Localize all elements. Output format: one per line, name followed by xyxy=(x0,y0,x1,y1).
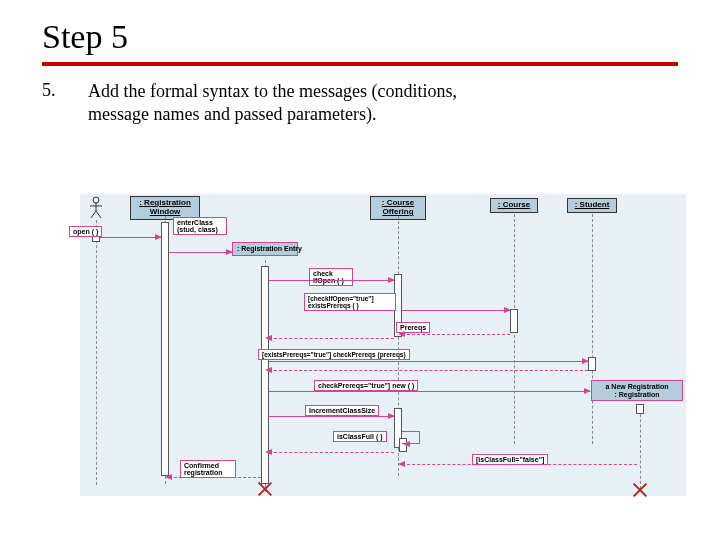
msg-incrementclasssize: IncrementClassSize xyxy=(305,405,379,416)
return-isclassfull xyxy=(402,464,637,465)
msg-confirmed: Confirmed registration xyxy=(180,460,236,478)
activation-student xyxy=(588,357,596,371)
msg-checkprereqs: [existsPrereqs="true"] checkPrereqs (pre… xyxy=(258,349,410,360)
arrow-increment xyxy=(269,416,394,417)
msg-new: checkPrereqs="true"] new ( ) xyxy=(314,380,418,391)
return-to-regentry-1 xyxy=(269,338,394,339)
slide-title: Step 5 xyxy=(42,18,678,56)
destroy-regentry xyxy=(257,481,273,497)
arrow-existsprereqs xyxy=(402,310,510,311)
list-number: 5. xyxy=(42,80,64,125)
msg-enterclass: enterClass (stud, class) xyxy=(173,217,227,235)
return-head-1 xyxy=(265,335,272,341)
activation-newreg xyxy=(636,404,644,414)
msg-open: open ( ) xyxy=(69,226,102,237)
list-description: Add the formal syntax to the messages (c… xyxy=(88,80,457,125)
obj-new-registration: a New Registration: Registration xyxy=(591,380,683,401)
return-checkprereqs xyxy=(269,370,588,371)
return-head-3 xyxy=(398,461,405,467)
activation-course xyxy=(510,309,518,333)
return-head-4 xyxy=(265,449,272,455)
arrow-isclassfull-head xyxy=(403,441,410,447)
arrow-open xyxy=(100,237,161,238)
sequence-diagram: : Registration Window : Course Offering … xyxy=(80,194,686,496)
actor-icon xyxy=(89,196,103,220)
desc-line1: Add the formal syntax to the messages (c… xyxy=(88,81,457,101)
svg-line-4 xyxy=(96,211,101,218)
msg-checkifopen: check IfOpen ( ) xyxy=(309,268,353,286)
destroy-newreg xyxy=(632,482,648,498)
svg-point-0 xyxy=(93,197,99,203)
desc-line2: message names and passed parameters). xyxy=(88,104,376,124)
activation-regwindow xyxy=(161,222,169,476)
msg-isclassfull: isClassFull ( ) xyxy=(333,431,387,442)
return-confirmed xyxy=(169,477,261,478)
title-underline xyxy=(42,62,678,66)
return-prereqs xyxy=(402,334,510,335)
lifeline-actor-line xyxy=(96,220,97,485)
lifeline-course: : Course xyxy=(490,198,538,213)
return-head-5 xyxy=(165,474,172,480)
return-prereqs-head xyxy=(398,331,405,337)
arrow-checkprereqs xyxy=(269,361,588,362)
lifeline-student: : Student xyxy=(567,198,617,213)
svg-line-3 xyxy=(91,211,96,218)
return-to-regentry-2 xyxy=(269,452,394,453)
lifeline-registration-entry: : Registration Entry xyxy=(232,242,298,256)
arrow-enterclass xyxy=(169,252,232,253)
arrow-new xyxy=(269,391,590,392)
body-text: 5. Add the formal syntax to the messages… xyxy=(42,80,678,125)
lifeline-newreg-line xyxy=(640,404,641,489)
arrow-checkifopen xyxy=(269,280,394,281)
msg-existsprereqs: [checkIfOpen="true"] existsPrereqs ( ) xyxy=(304,293,396,311)
return-head-2 xyxy=(265,367,272,373)
lifeline-student-line xyxy=(592,214,593,444)
